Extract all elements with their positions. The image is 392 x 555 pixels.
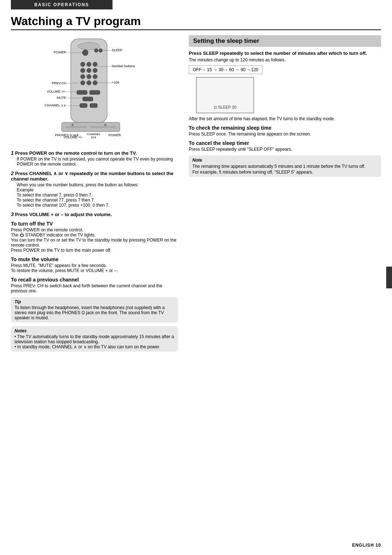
svg-text:Number buttons: Number buttons (112, 64, 135, 68)
footer-text: ENGLISH (352, 543, 374, 548)
check-sleep-text: Press SLEEP once. The remaining time app… (189, 131, 381, 137)
section-header: BASIC OPERATIONS (11, 0, 113, 9)
svg-point-15 (87, 81, 91, 85)
svg-point-14 (81, 81, 85, 85)
left-column: POWER PREV.CH VOLUME +/– MUTE CHANNEL ∧∨… (11, 35, 178, 352)
cancel-sleep-section: To cancel the sleep timer Press SLEEP re… (189, 140, 381, 152)
svg-text:SLEEP: SLEEP (112, 48, 122, 52)
tip-box: Tip To listen through the headphones, in… (11, 297, 178, 323)
svg-rect-23 (65, 126, 87, 128)
sleep-sequence: OFF→ 15 → 30→ 60 → 90 →120 (189, 65, 262, 74)
svg-point-25 (72, 124, 74, 126)
svg-point-13 (93, 74, 97, 79)
svg-text:CHANNEL ∧∨: CHANNEL ∧∨ (45, 104, 66, 107)
svg-point-5 (81, 62, 85, 66)
page-number: 10 (376, 543, 381, 548)
svg-text:POWER: POWER (54, 50, 66, 54)
notes-box: Notes • The TV automatically turns to th… (11, 326, 178, 352)
check-sleep-section: To check the remaining sleep time Press … (189, 125, 381, 137)
svg-rect-24 (91, 126, 116, 128)
recall-section: To recall a previous channel Press PREV.… (11, 277, 178, 293)
page-footer: ENGLISH 10 (352, 543, 381, 548)
svg-point-2 (82, 50, 88, 56)
remote-svg: POWER PREV.CH VOLUME +/– MUTE CHANNEL ∧∨… (33, 35, 156, 148)
check-sleep-title: To check the remaining sleep time (189, 125, 381, 131)
mute-section: To mute the volume Press MUTE. "MUTE" ap… (11, 256, 178, 273)
svg-point-16 (93, 81, 97, 85)
sleep-intro-bold: Press SLEEP repeatedly to select the num… (189, 50, 367, 56)
turn-off-section: To turn off the TV Press POWER on the re… (11, 221, 178, 253)
sleep-note-label: Note (192, 158, 377, 163)
svg-point-12 (87, 74, 91, 79)
cancel-sleep-title: To cancel the sleep timer (189, 140, 381, 146)
svg-point-26 (104, 124, 106, 126)
cancel-sleep-text: Press SLEEP repeatedly until "SLEEP OFF"… (189, 147, 381, 152)
sleep-note-box: Note The remaining time appears automati… (189, 155, 381, 177)
svg-text:POWER: POWER (109, 133, 121, 137)
sleep-timer-title: Setting the sleep timer (189, 35, 381, 47)
svg-rect-21 (90, 104, 97, 108)
svg-point-6 (87, 62, 91, 66)
sleep-after-text: After the set amount of time has elapsed… (189, 116, 381, 121)
svg-point-10 (93, 68, 97, 73)
svg-point-9 (87, 68, 91, 73)
svg-text:VOLUME +/–: VOLUME +/– (64, 135, 83, 139)
sleep-screen-mockup: ⊡ SLEEP 30 (196, 77, 254, 113)
page-title: Watching a TV program (11, 15, 381, 30)
svg-rect-18 (90, 90, 100, 94)
svg-text:VOLUME +/–: VOLUME +/– (47, 90, 66, 93)
sleep-screen-label: ⊡ SLEEP 30 (214, 105, 237, 110)
right-column: Setting the sleep timer Press SLEEP repe… (189, 35, 381, 352)
sleep-sequence-label: OFF→ 15 → 30→ 60 → 90 →120 (193, 67, 258, 72)
step-2: 2 Press CHANNEL ∧ or ∨ repeatedly or the… (11, 170, 178, 208)
sleep-note-text1: The remaining time appears automatically… (192, 164, 377, 169)
svg-text:∧/∨: ∧/∨ (91, 135, 97, 139)
step-1: 1 Press POWER on the remote control to t… (11, 150, 178, 167)
right-tab (386, 267, 392, 288)
step-3: 3 Press VOLUME + or – to adjust the volu… (11, 211, 178, 217)
svg-point-4 (99, 49, 102, 52)
svg-point-7 (93, 62, 97, 66)
svg-point-8 (81, 68, 85, 73)
sleep-intro-text: The minutes change up to 120 minutes as … (189, 57, 381, 62)
svg-rect-19 (83, 97, 93, 101)
svg-rect-17 (77, 90, 87, 94)
svg-point-11 (81, 74, 85, 79)
sleep-note-text2: For example, 5 minutes before turning of… (192, 170, 377, 175)
svg-rect-20 (80, 104, 87, 108)
svg-point-3 (94, 49, 98, 52)
svg-text:MUTE: MUTE (57, 96, 66, 100)
svg-text:+100: +100 (112, 81, 119, 84)
remote-diagram: POWER PREV.CH VOLUME +/– MUTE CHANNEL ∧∨… (11, 35, 178, 148)
svg-text:PREV.CH: PREV.CH (52, 81, 66, 85)
section-header-label: BASIC OPERATIONS (34, 2, 89, 7)
